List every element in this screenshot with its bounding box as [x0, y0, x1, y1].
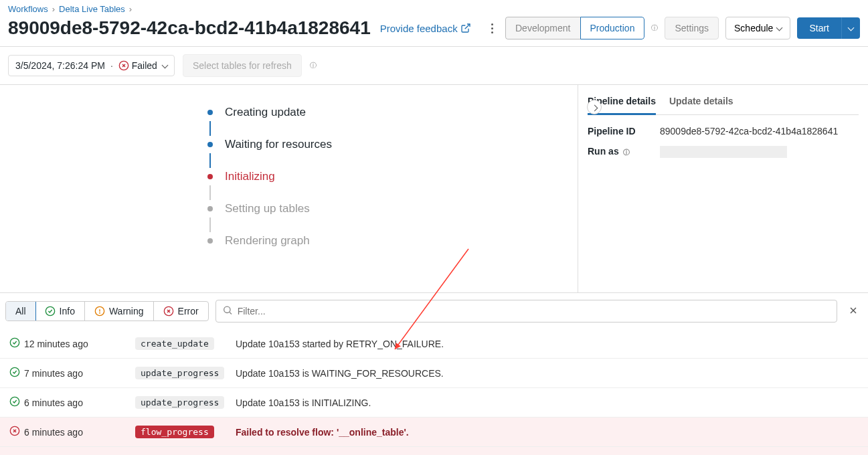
step-label: Rendering graph [225, 234, 310, 248]
tab-update-details[interactable]: Update details [669, 92, 733, 114]
settings-button[interactable]: Settings [665, 17, 719, 39]
log-filter-warning[interactable]: Warning [85, 302, 154, 321]
log-message: Update 10a153 is INITIALIZING. [236, 397, 371, 408]
svg-line-12 [230, 312, 232, 314]
run-timestamp: 3/5/2024, 7:26:24 PM [15, 60, 105, 71]
step-waiting-resources: Waiting for resources [207, 136, 578, 153]
log-time: 12 minutes ago [24, 339, 135, 349]
select-tables-refresh-button[interactable]: Select tables for refresh [183, 54, 302, 77]
log-tag: update_progress [135, 367, 224, 379]
success-icon [45, 306, 56, 316]
development-button[interactable]: Development [505, 17, 580, 39]
kebab-menu-icon[interactable] [485, 23, 499, 33]
breadcrumb-sep-icon: › [52, 4, 55, 14]
run-selector[interactable]: 3/5/2024, 7:26:24 PM · Failed [8, 55, 175, 76]
svg-point-18 [10, 397, 19, 405]
run-as-info-icon[interactable]: ⓘ [623, 149, 630, 156]
log-tag: create_update [135, 337, 214, 350]
schedule-label: Schedule [734, 23, 773, 33]
log-time: 7 minutes ago [24, 368, 135, 379]
log-time: 6 minutes ago [24, 427, 135, 438]
provide-feedback-link[interactable]: Provide feedback [380, 23, 471, 34]
env-info-icon[interactable]: ⓘ [651, 23, 658, 33]
close-log-panel-button[interactable] [844, 302, 863, 321]
success-icon [9, 396, 24, 409]
log-message: Failed to resolve flow: '__online_table'… [236, 427, 409, 438]
log-row[interactable]: 6 minutes agoupdate_progressUpdate 10a15… [0, 388, 868, 418]
pipeline-id-value: 89009de8-5792-42ca-bcd2-41b4a1828641 [660, 126, 838, 136]
search-icon [222, 305, 233, 318]
step-setting-up-tables: Setting up tables [207, 200, 578, 217]
step-creating-update: Creating update [207, 104, 578, 121]
log-filter-error[interactable]: Error [154, 302, 208, 321]
log-filter-label: Info [60, 306, 75, 316]
env-toggle: Development Production [505, 17, 644, 39]
svg-point-4 [46, 306, 54, 315]
svg-point-7 [100, 312, 100, 313]
run-status-label: Failed [132, 60, 157, 71]
production-button[interactable]: Production [580, 17, 645, 39]
step-label: Setting up tables [225, 202, 310, 215]
chevron-down-icon [163, 60, 167, 71]
error-icon [9, 426, 24, 438]
separator-dot-icon: · [110, 60, 113, 71]
log-row[interactable]: 12 minutes agocreate_updateUpdate 10a153… [0, 329, 868, 359]
page-title: 89009de8-5792-42ca-bcd2-41b4a1828641 [8, 17, 371, 39]
refresh-info-icon[interactable]: ⓘ [310, 61, 317, 70]
log-filter-all[interactable]: All [5, 301, 36, 321]
svg-point-16 [10, 338, 19, 347]
breadcrumb-sep-icon: › [129, 4, 132, 14]
run-as-label: Run as ⓘ [588, 146, 660, 158]
log-filter-label: Error [178, 306, 199, 316]
log-tag: flow_progress [135, 426, 214, 438]
log-tag: update_progress [135, 396, 224, 409]
breadcrumb: Workflows › Delta Live Tables › [8, 4, 860, 14]
step-initializing: Initializing [207, 168, 578, 185]
svg-point-17 [10, 367, 19, 376]
log-filter-input[interactable] [215, 300, 837, 323]
breadcrumb-dlt[interactable]: Delta Live Tables [59, 4, 125, 14]
log-time: 6 minutes ago [24, 397, 135, 408]
chevron-down-icon [777, 23, 782, 33]
close-icon [848, 305, 859, 316]
log-row[interactable]: 7 minutes agoupdate_progressUpdate 10a15… [0, 359, 868, 388]
breadcrumb-workflows[interactable]: Workflows [8, 4, 48, 14]
success-icon [9, 337, 24, 350]
step-rendering-graph: Rendering graph [207, 232, 578, 250]
step-label: Creating update [225, 106, 306, 119]
progress-panel: Creating update Waiting for resources In… [0, 85, 578, 292]
failed-status-icon [118, 60, 129, 71]
pipeline-id-label: Pipeline ID [588, 126, 660, 136]
collapse-side-panel-button[interactable] [587, 100, 602, 114]
svg-point-11 [224, 306, 230, 312]
svg-line-0 [464, 24, 469, 29]
log-row[interactable]: 6 minutes agoupdate_progressUpdate 10a15… [0, 447, 868, 455]
step-label: Initializing [225, 170, 275, 183]
chevron-down-icon [849, 23, 853, 33]
log-row[interactable]: 6 minutes agoflow_progressFailed to reso… [0, 418, 868, 447]
step-label: Waiting for resources [225, 138, 332, 151]
feedback-label: Provide feedback [380, 23, 458, 34]
chevron-right-icon [592, 102, 597, 112]
log-message: Update 10a153 started by RETRY_ON_FAILUR… [236, 339, 444, 349]
log-filter-label: Warning [109, 306, 144, 316]
external-link-icon [460, 23, 471, 33]
success-icon [9, 367, 24, 379]
schedule-button[interactable]: Schedule [725, 17, 790, 39]
start-dropdown-button[interactable] [841, 17, 860, 39]
log-filter-info[interactable]: Info [35, 302, 85, 321]
run-as-value-redacted [660, 146, 787, 158]
log-message: Update 10a153 is WAITING_FOR_RESOURCES. [236, 368, 444, 379]
warning-icon [94, 306, 105, 316]
error-icon [163, 306, 174, 316]
start-button[interactable]: Start [797, 17, 841, 39]
